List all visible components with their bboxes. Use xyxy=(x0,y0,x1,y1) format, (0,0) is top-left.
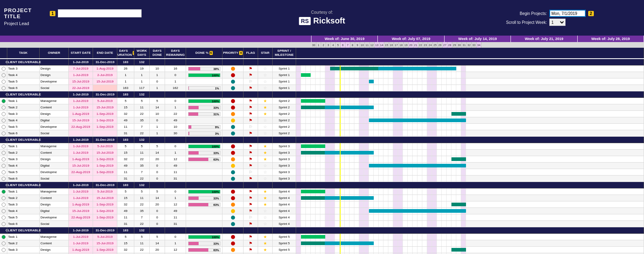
table-row: Task 1Manageme1-Jul-20195-Jul-2019555010… xyxy=(0,234,644,240)
scroll-label: Scroll to Project Week: xyxy=(502,20,547,25)
gantt-cell xyxy=(296,169,644,175)
done-pct-cell: 33% xyxy=(186,104,222,110)
done-pct-cell: 100% xyxy=(186,72,222,78)
days-done-cell: 1 xyxy=(150,85,165,91)
days-done-cell: 5 xyxy=(150,143,165,149)
scroll-week-select[interactable]: 1234 xyxy=(549,19,566,26)
task-name-cell: Task 6 xyxy=(7,176,40,182)
star-cell: ★ xyxy=(258,156,273,162)
flag-cell: ⚑ xyxy=(244,247,258,253)
days-done-cell: 14 xyxy=(150,195,165,201)
col-header-days-done: DAYS DONE xyxy=(150,48,165,58)
check-cell[interactable] xyxy=(0,104,7,110)
check-cell[interactable] xyxy=(0,111,7,117)
gantt-cell xyxy=(296,208,644,214)
days-done-cell: 0 xyxy=(150,176,165,182)
check-cell[interactable] xyxy=(0,72,7,78)
star-cell: ☆ xyxy=(258,78,273,85)
priority-cell xyxy=(222,208,244,214)
flag-cell: ⚑ xyxy=(244,104,258,110)
days-remaining-cell: 1 xyxy=(165,240,186,246)
col-header-star: STAR xyxy=(258,48,273,58)
deliverable-cell-3: 1-Jul-2019 xyxy=(69,227,93,233)
flag-cell: ⚑ xyxy=(244,66,258,72)
check-cell[interactable] xyxy=(0,163,7,169)
check-cell[interactable] xyxy=(0,66,7,72)
deliverable-cell-12 xyxy=(258,59,273,65)
check-cell[interactable] xyxy=(0,247,7,253)
task-name-cell: Task 1 xyxy=(7,98,40,104)
gantt-cell xyxy=(296,247,644,253)
duration-cell: 26 xyxy=(117,66,134,72)
days-done-cell: 5 xyxy=(150,188,165,195)
check-cell[interactable] xyxy=(0,188,7,195)
check-cell[interactable] xyxy=(0,176,7,182)
check-cell[interactable] xyxy=(0,85,7,91)
check-cell[interactable] xyxy=(0,130,7,136)
days-remaining-cell: 30 xyxy=(165,130,186,136)
check-cell[interactable] xyxy=(0,98,7,104)
week-spacer xyxy=(0,36,311,42)
deliverable-cell-10 xyxy=(222,182,244,188)
check-cell[interactable] xyxy=(0,234,7,240)
check-cell[interactable] xyxy=(0,156,7,162)
check-cell[interactable] xyxy=(0,143,7,149)
duration-cell: 1 xyxy=(117,78,134,85)
duration-cell: 15 xyxy=(117,240,134,246)
owner-cell: Developme xyxy=(40,214,69,220)
work-days-cell: 35 xyxy=(134,117,150,123)
task-name-cell: Task 2 xyxy=(7,104,40,110)
gantt-cell xyxy=(296,234,644,240)
table-body[interactable]: CLIENT DELIVERABLE1-Jul-201931-Dec-20191… xyxy=(0,59,644,254)
days-remaining-cell: 12 xyxy=(165,201,186,207)
deliverable-row: CLIENT DELIVERABLE1-Jul-201931-Dec-20191… xyxy=(0,137,644,143)
check-cell[interactable] xyxy=(0,201,7,207)
duration-cell: 15 xyxy=(117,104,134,110)
sprint-cell: Sprint 2 xyxy=(273,117,296,123)
deliverable-cell-10 xyxy=(222,137,244,143)
check-cell[interactable] xyxy=(0,169,7,175)
priority-cell xyxy=(222,111,244,117)
work-days-cell: 22 xyxy=(134,156,150,162)
gantt-cell xyxy=(296,214,644,220)
deliverable-cell-6: 132 xyxy=(134,182,150,188)
check-cell[interactable] xyxy=(0,150,7,156)
deliverable-cell-1: CLIENT DELIVERABLE xyxy=(7,59,40,65)
flag-cell: ⚑ xyxy=(244,188,258,195)
col-header-owner: OWNER xyxy=(40,48,69,58)
end-date-cell: 1-Sep-2019 xyxy=(93,117,117,123)
deliverable-cell-11 xyxy=(244,137,258,143)
table-row: Task 6Social3122031⚑☆Sprint 4 xyxy=(0,221,644,227)
check-cell[interactable] xyxy=(0,240,7,246)
start-date-cell: 15-Jul-2019 xyxy=(69,117,93,123)
done-pct-cell xyxy=(186,214,222,220)
days-remaining-cell: 10 xyxy=(165,124,186,130)
owner-cell: Manageme xyxy=(40,98,69,104)
week-cells: Week of: June 30, 2019Week of: July 07, … xyxy=(311,36,644,42)
end-date-cell xyxy=(93,85,117,91)
days-done-cell: 1 xyxy=(150,124,165,130)
check-cell[interactable] xyxy=(0,221,7,227)
days-remaining-cell: 49 xyxy=(165,163,186,169)
check-cell[interactable] xyxy=(0,208,7,214)
done-pct-cell xyxy=(186,117,222,123)
table-row: Task 3Design1-Aug-20191-Sep-201932222012… xyxy=(0,201,644,208)
begin-date-input[interactable] xyxy=(549,10,586,17)
days-done-cell: 0 xyxy=(150,214,165,220)
col-header-task: TASK xyxy=(7,48,40,58)
project-title-input[interactable] xyxy=(58,9,142,17)
check-cell[interactable] xyxy=(0,78,7,85)
sprint-cell: Sprint 3 xyxy=(273,143,296,149)
days-done-cell: 0 xyxy=(150,78,165,85)
done-pct-cell: 63% xyxy=(186,201,222,207)
days-done-cell: 0 xyxy=(150,221,165,227)
check-cell[interactable] xyxy=(0,214,7,220)
work-days-cell: 5 xyxy=(134,188,150,195)
check-cell[interactable] xyxy=(0,124,7,130)
owner-cell: Design xyxy=(40,66,69,72)
sprint-cell: Sprint 5 xyxy=(273,234,296,240)
check-cell[interactable] xyxy=(0,117,7,123)
check-cell[interactable] xyxy=(0,195,7,201)
flag-cell: ⚑ xyxy=(244,195,258,201)
days-remaining-cell: 1 xyxy=(165,104,186,110)
